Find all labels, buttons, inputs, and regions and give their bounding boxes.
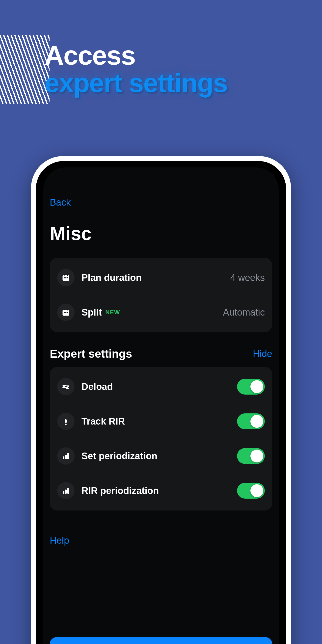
rir-periodization-row[interactable]: RIR periodization [57, 473, 265, 508]
svg-rect-11 [67, 312, 68, 313]
svg-rect-16 [65, 490, 67, 494]
create-plan-button[interactable]: Create plan [50, 637, 272, 644]
plan-duration-label: Plan duration [82, 272, 142, 283]
deload-toggle[interactable] [237, 379, 265, 394]
new-badge: NEW [105, 309, 120, 316]
bars-icon [57, 447, 74, 465]
svg-rect-4 [66, 278, 67, 279]
svg-rect-3 [64, 278, 65, 279]
page-title: Misc [50, 223, 272, 244]
svg-rect-10 [66, 312, 67, 313]
phone-mockup: Back Misc Plan duration 4 weeks [31, 156, 291, 644]
split-value: Automatic [223, 307, 265, 318]
calendar-icon [57, 269, 74, 286]
split-label: Split NEW [82, 307, 120, 318]
track-rir-row[interactable]: Track RIR [57, 404, 265, 439]
plan-duration-row[interactable]: Plan duration 4 weeks [57, 260, 265, 295]
svg-rect-1 [64, 274, 65, 276]
rir-periodization-toggle[interactable] [237, 483, 265, 498]
svg-rect-7 [64, 308, 65, 310]
phone-frame: Back Misc Plan duration 4 weeks [31, 156, 291, 644]
deload-row[interactable]: Deload [57, 369, 265, 404]
expert-settings-card: Deload Track RIR Set p [50, 367, 272, 510]
svg-rect-13 [65, 455, 67, 459]
set-periodization-label: Set periodization [82, 451, 157, 462]
svg-rect-15 [63, 491, 64, 494]
svg-rect-14 [67, 453, 69, 459]
decorative-stripes [0, 35, 50, 104]
misc-settings-card: Plan duration 4 weeks Split NEW Automati… [50, 258, 272, 332]
hide-button[interactable]: Hide [253, 348, 272, 359]
svg-rect-17 [67, 488, 69, 494]
help-link[interactable]: Help [50, 535, 69, 546]
rir-periodization-label: RIR periodization [82, 486, 159, 496]
deload-label: Deload [82, 382, 113, 392]
promo-line-1: Access [44, 42, 228, 69]
plan-duration-value: 4 weeks [230, 272, 265, 283]
split-label-text: Split [82, 307, 102, 318]
back-button[interactable]: Back [50, 197, 70, 208]
promo-line-2: expert settings [44, 69, 228, 97]
set-periodization-toggle[interactable] [237, 448, 265, 464]
track-rir-toggle[interactable] [237, 414, 265, 429]
expert-settings-title: Expert settings [50, 347, 132, 360]
app-content: Back Misc Plan duration 4 weeks [43, 168, 279, 644]
flame-icon [57, 413, 74, 430]
svg-rect-9 [64, 312, 65, 313]
bars-icon [57, 482, 74, 499]
track-rir-label: Track RIR [82, 416, 125, 427]
calendar-icon [57, 304, 74, 321]
svg-rect-8 [67, 308, 68, 310]
set-periodization-row[interactable]: Set periodization [57, 439, 265, 473]
svg-rect-5 [67, 278, 68, 279]
phone-screen: Back Misc Plan duration 4 weeks [36, 161, 286, 644]
svg-rect-12 [63, 456, 64, 459]
promo-header: Access expert settings [44, 42, 228, 97]
split-row[interactable]: Split NEW Automatic [57, 295, 265, 330]
expert-settings-header: Expert settings Hide [50, 347, 272, 360]
svg-rect-2 [67, 274, 68, 276]
sleep-icon [57, 378, 74, 395]
